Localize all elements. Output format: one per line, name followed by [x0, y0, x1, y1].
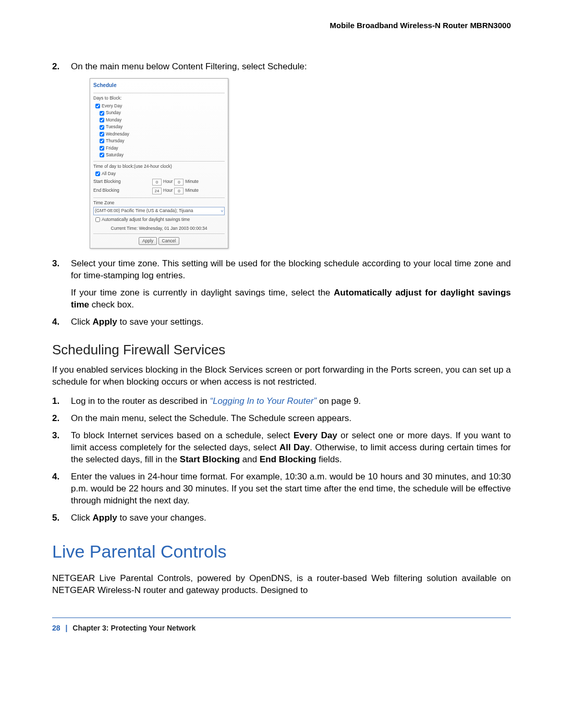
step-marker: 4.: [52, 471, 59, 483]
steps-top-list: 2. On the main menu below Content Filter…: [52, 61, 511, 328]
step-3-p1: Select your time zone. This setting will…: [71, 258, 511, 282]
day-tuesday-checkbox[interactable]: [100, 125, 104, 130]
step-4-text: Click Apply to save your settings.: [71, 316, 511, 328]
step-marker: 2.: [52, 413, 59, 425]
all-day-label: All Day: [102, 171, 116, 177]
step-3-p2-pre: If your time zone is currently in daylig…: [71, 288, 334, 298]
days-to-block-label: Days to Block:: [93, 95, 225, 101]
sched-step-2: 2. On the main menu, select the Schedule…: [52, 413, 511, 425]
schedule-panel-title: Schedule: [93, 82, 225, 89]
sched-s3-allday: All Day: [279, 442, 310, 452]
time-zone-value: (GMT-08:00) Pacific Time (US & Canada); …: [95, 208, 193, 214]
day-tuesday-label: Tuesday: [106, 124, 123, 130]
sched-step-2-text: On the main menu, select the Schedule. T…: [71, 413, 511, 425]
sched-step-4-text: Enter the values in 24-hour time format.…: [71, 471, 511, 507]
sched-s3-endblocking: End Blocking: [260, 454, 316, 464]
day-saturday-row[interactable]: Saturday: [93, 152, 225, 158]
day-monday-checkbox[interactable]: [100, 118, 104, 122]
page-number: 28: [52, 624, 60, 632]
live-parental-controls-heading: Live Parental Controls: [52, 540, 511, 564]
step-marker: 3.: [52, 258, 59, 270]
all-day-row[interactable]: All Day: [93, 170, 225, 177]
step-3-p2: If your time zone is currently in daylig…: [71, 287, 511, 311]
end-hour-input[interactable]: 24: [152, 188, 162, 194]
start-min-unit: Minute: [185, 179, 199, 184]
sched-step-5-text: Click Apply to save your changes.: [71, 512, 511, 524]
dst-row[interactable]: Automatically adjust for daylight saving…: [93, 216, 225, 223]
sched-s3-pre: To block Internet services based on a sc…: [71, 430, 293, 440]
end-hour-unit: Hour: [163, 188, 173, 193]
footer-rule: [52, 618, 511, 618]
day-monday-row[interactable]: Monday: [93, 117, 225, 124]
step-marker: 5.: [52, 512, 59, 524]
day-monday-label: Monday: [106, 117, 121, 123]
all-day-checkbox[interactable]: [95, 171, 100, 176]
day-friday-label: Friday: [106, 145, 118, 151]
step-4-pre: Click: [71, 317, 93, 327]
end-blocking-row: End Blocking 24 Hour 0 Minute: [93, 187, 225, 195]
day-tuesday-row[interactable]: Tuesday: [93, 124, 225, 130]
end-min-input[interactable]: 0: [174, 188, 183, 194]
step-4-post: to save your settings.: [117, 317, 203, 327]
time-of-day-label: Time of day to block:(use 24-hour clock): [93, 164, 225, 169]
document-header: Mobile Broadband Wireless-N Router MBRN3…: [52, 21, 511, 30]
day-wednesday-checkbox[interactable]: [100, 132, 104, 137]
day-sunday-label: Sunday: [106, 110, 121, 116]
day-friday-checkbox[interactable]: [100, 146, 104, 151]
sched-step-5: 5. Click Apply to save your changes.: [52, 512, 511, 524]
step-4: 4. Click Apply to save your settings.: [52, 316, 511, 328]
day-thursday-label: Thursday: [106, 138, 124, 144]
page-footer: 28 | Chapter 3: Protecting Your Network: [52, 623, 511, 633]
start-hour-unit: Hour: [163, 179, 173, 184]
sched-s1-post: on page 9.: [316, 396, 361, 406]
apply-button[interactable]: Apply: [139, 237, 157, 245]
sched-step-3: 3. To block Internet services based on a…: [52, 430, 511, 466]
day-wednesday-label: Wednesday: [106, 131, 129, 137]
every-day-label: Every Day: [102, 103, 122, 109]
step-3-p2-post: check box.: [89, 300, 134, 310]
sched-s1-pre: Log in to the router as described in: [71, 396, 210, 406]
chevron-down-icon: v: [221, 208, 223, 214]
scheduling-firewall-intro: If you enabled services blocking in the …: [52, 364, 511, 388]
day-saturday-label: Saturday: [106, 152, 124, 158]
dst-label: Automatically adjust for daylight saving…: [102, 217, 190, 223]
every-day-checkbox[interactable]: [95, 104, 100, 108]
day-saturday-checkbox[interactable]: [100, 153, 104, 157]
time-zone-select[interactable]: (GMT-08:00) Pacific Time (US & Canada); …: [93, 207, 225, 215]
time-zone-label: Time Zone: [93, 200, 225, 206]
step-marker: 2.: [52, 61, 59, 73]
day-sunday-checkbox[interactable]: [100, 111, 104, 116]
dst-checkbox[interactable]: [95, 217, 100, 222]
cancel-button[interactable]: Cancel: [158, 237, 179, 245]
sched-step-1-text: Log in to the router as described in “Lo…: [71, 396, 511, 408]
logging-in-link[interactable]: “Logging In to Your Router”: [210, 396, 317, 406]
step-marker: 1.: [52, 396, 59, 408]
sched-s5-post: to save your changes.: [117, 513, 206, 523]
step-4-bold: Apply: [93, 317, 117, 327]
start-hour-input[interactable]: 0: [152, 179, 162, 186]
footer-divider: |: [65, 624, 67, 632]
sched-s5-bold: Apply: [93, 513, 117, 523]
day-friday-row[interactable]: Friday: [93, 145, 225, 152]
sched-step-1: 1. Log in to the router as described in …: [52, 396, 511, 408]
step-2-text: On the main menu below Content Filtering…: [71, 61, 511, 73]
current-time-text: Current Time: Wednesday, 01 Jan 2003 00:…: [93, 226, 225, 231]
sched-step-3-text: To block Internet services based on a sc…: [71, 430, 511, 466]
live-parental-controls-para: NETGEAR Live Parental Controls, powered …: [52, 573, 511, 597]
every-day-row[interactable]: Every Day: [93, 103, 225, 109]
sched-step-4: 4. Enter the values in 24-hour time form…: [52, 471, 511, 507]
day-thursday-row[interactable]: Thursday: [93, 138, 225, 144]
day-sunday-row[interactable]: Sunday: [93, 109, 225, 116]
start-blocking-label: Start Blocking: [93, 179, 151, 184]
panel-button-row: Apply Cancel: [93, 237, 225, 245]
sched-s5-pre: Click: [71, 513, 93, 523]
step-2: 2. On the main menu below Content Filter…: [52, 61, 511, 249]
start-min-input[interactable]: 0: [174, 179, 183, 186]
day-wednesday-row[interactable]: Wednesday: [93, 131, 225, 138]
day-thursday-checkbox[interactable]: [100, 139, 104, 143]
chapter-title: Chapter 3: Protecting Your Network: [72, 624, 195, 632]
step-marker: 4.: [52, 316, 59, 328]
scheduling-firewall-heading: Scheduling Firewall Services: [52, 341, 511, 359]
sched-s3-mid3: and: [240, 454, 260, 464]
sched-s3-startblocking: Start Blocking: [180, 454, 240, 464]
